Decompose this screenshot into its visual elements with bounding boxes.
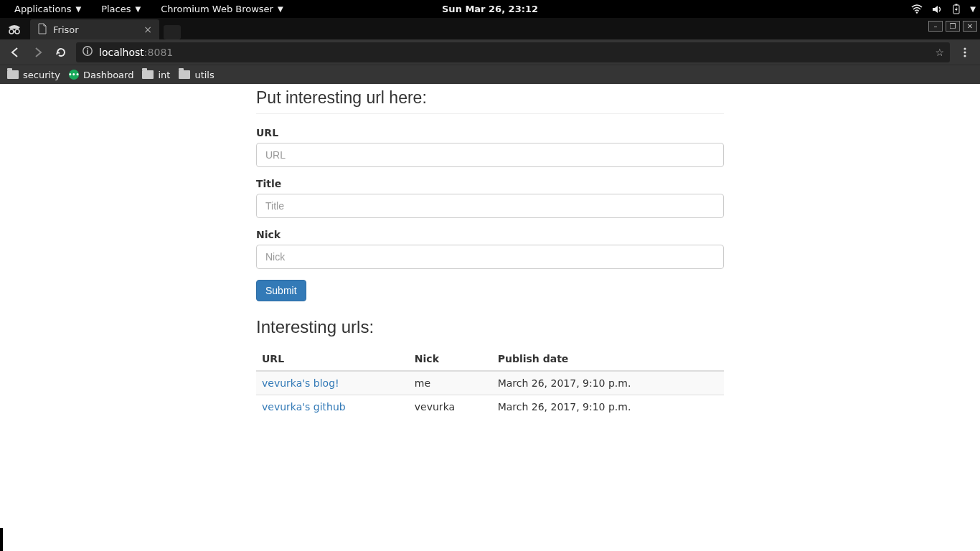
- form-group-nick: Nick: [256, 229, 724, 269]
- minimize-button[interactable]: –: [928, 21, 943, 32]
- row-nick: me: [409, 371, 492, 395]
- form-heading: Put interesting url here:: [256, 88, 724, 114]
- page-viewport: Put interesting url here: URL Title Nick…: [0, 84, 980, 551]
- url-label: URL: [256, 127, 724, 138]
- address-bar[interactable]: localhost:8081 ☆: [76, 42, 950, 62]
- svg-point-11: [963, 55, 966, 57]
- svg-point-4: [15, 29, 19, 34]
- bookmarks-bar: security ••• Dashboard int utils: [0, 65, 980, 84]
- col-nick: Nick: [409, 347, 492, 371]
- table-row: vevurka's blog! me March 26, 2017, 9:10 …: [256, 371, 724, 395]
- close-window-button[interactable]: ✕: [963, 21, 977, 32]
- volume-icon[interactable]: [931, 4, 943, 14]
- screen-artifact: [0, 528, 3, 551]
- svg-point-9: [963, 47, 966, 50]
- row-link[interactable]: vevurka's blog!: [262, 377, 339, 389]
- reload-button[interactable]: [50, 42, 72, 63]
- svg-rect-2: [956, 4, 958, 5]
- bookmark-label: utils: [194, 70, 214, 80]
- bookmark-label: security: [23, 70, 60, 80]
- sysbar-right: ▼: [911, 4, 976, 15]
- svg-point-7: [87, 48, 88, 50]
- browser-menu-button[interactable]: [954, 42, 976, 63]
- form-group-url: URL: [256, 127, 724, 167]
- places-label: Places: [101, 4, 131, 14]
- applications-label: Applications: [14, 4, 71, 14]
- caret-down-icon: ▼: [278, 5, 283, 13]
- title-label: Title: [256, 178, 724, 189]
- svg-rect-8: [87, 50, 88, 54]
- svg-point-0: [916, 11, 918, 14]
- bookmark-dashboard[interactable]: ••• Dashboard: [69, 70, 134, 80]
- form-group-title: Title: [256, 178, 724, 218]
- applications-menu[interactable]: Applications ▼: [4, 4, 91, 14]
- url-port: :8081: [144, 47, 173, 58]
- urls-table: URL Nick Publish date vevurka's blog! me…: [256, 347, 724, 418]
- caret-down-icon: ▼: [135, 5, 141, 13]
- system-tray: ▼: [911, 4, 976, 15]
- page-icon: [37, 23, 47, 37]
- table-row: vevurka's github vevurka March 26, 2017,…: [256, 395, 724, 419]
- sysbar-left: Applications ▼ Places ▼ Chromium Web Bro…: [4, 4, 293, 14]
- dashboard-icon: •••: [69, 70, 79, 80]
- browser-toolbar: localhost:8081 ☆: [0, 39, 980, 65]
- caret-down-icon: ▼: [75, 5, 81, 13]
- list-heading: Interesting urls:: [256, 317, 724, 337]
- folder-icon: [142, 70, 154, 79]
- folder-icon: [179, 70, 190, 79]
- browser-tab[interactable]: Frisor ×: [30, 19, 159, 39]
- svg-point-3: [9, 29, 14, 34]
- table-header-row: URL Nick Publish date: [256, 347, 724, 371]
- bookmark-security[interactable]: security: [7, 70, 60, 80]
- bookmark-star-icon[interactable]: ☆: [935, 47, 944, 58]
- system-clock[interactable]: Sun Mar 26, 23:12: [442, 4, 538, 14]
- nick-input[interactable]: [256, 245, 724, 269]
- bookmark-label: Dashboard: [83, 70, 134, 80]
- title-input[interactable]: [256, 194, 724, 218]
- submit-button[interactable]: Submit: [256, 280, 306, 301]
- row-date: March 26, 2017, 9:10 p.m.: [492, 371, 724, 395]
- active-app-label: Chromium Web Browser: [161, 4, 273, 14]
- caret-down-icon[interactable]: ▼: [970, 5, 976, 13]
- col-date: Publish date: [492, 347, 724, 371]
- row-link[interactable]: vevurka's github: [262, 401, 346, 413]
- back-button[interactable]: [4, 42, 26, 63]
- tab-title: Frisor: [53, 24, 79, 35]
- svg-point-10: [963, 51, 966, 53]
- bookmark-utils[interactable]: utils: [179, 70, 214, 80]
- row-nick: vevurka: [409, 395, 492, 419]
- main-container: Put interesting url here: URL Title Nick…: [256, 88, 724, 418]
- folder-icon: [7, 70, 19, 79]
- incognito-icon: [0, 18, 29, 39]
- battery-icon[interactable]: [951, 4, 961, 15]
- forward-button[interactable]: [27, 42, 49, 63]
- places-menu[interactable]: Places ▼: [91, 4, 151, 14]
- url-input[interactable]: [256, 143, 724, 167]
- new-tab-button[interactable]: [164, 25, 181, 39]
- site-info-icon[interactable]: [82, 45, 93, 59]
- window-controls: – ❐ ✕: [928, 21, 977, 32]
- bookmark-int[interactable]: int: [142, 70, 170, 80]
- wifi-icon[interactable]: [911, 4, 923, 14]
- bookmark-label: int: [158, 70, 170, 80]
- nick-label: Nick: [256, 229, 724, 240]
- col-url: URL: [256, 347, 409, 371]
- browser-tabstrip: Frisor × – ❐ ✕: [0, 18, 980, 39]
- url-host: localhost: [99, 47, 144, 58]
- system-top-bar: Applications ▼ Places ▼ Chromium Web Bro…: [0, 0, 980, 18]
- close-tab-icon[interactable]: ×: [143, 24, 152, 35]
- row-date: March 26, 2017, 9:10 p.m.: [492, 395, 724, 419]
- active-app-menu[interactable]: Chromium Web Browser ▼: [151, 4, 293, 14]
- maximize-button[interactable]: ❐: [946, 21, 960, 32]
